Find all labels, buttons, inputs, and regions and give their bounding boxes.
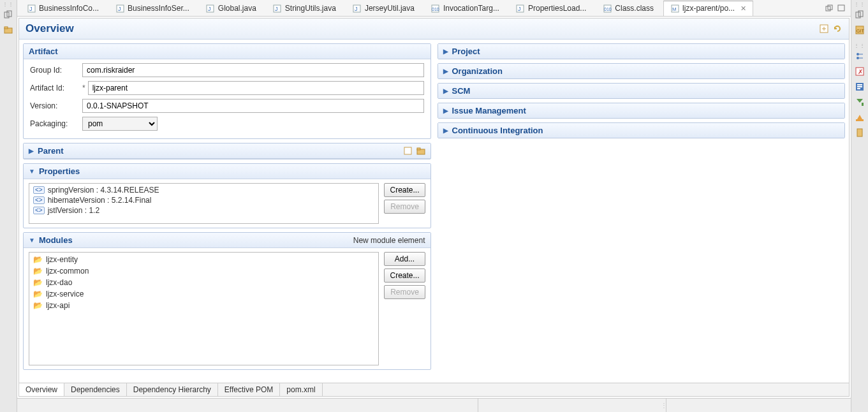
status-bar: ⋮ xyxy=(17,398,851,412)
module-item[interactable]: 📂ljzx-dao xyxy=(31,277,377,288)
tab-jerseyutil[interactable]: J JerseyUtil.java xyxy=(346,1,422,16)
property-item[interactable]: <>hibernateVersion : 5.2.14.Final xyxy=(31,195,377,205)
folder-icon: 📂 xyxy=(33,267,43,276)
group-id-input[interactable] xyxy=(82,63,424,77)
tab-businessinfoco[interactable]: J BusinessInfoCo... xyxy=(20,1,106,16)
expand-icon[interactable]: ▶ xyxy=(443,68,448,75)
collapse-icon[interactable]: ▼ xyxy=(29,237,35,244)
module-item[interactable]: 📂ljzx-api xyxy=(31,300,377,311)
run-icon[interactable] xyxy=(855,97,865,107)
restore-icon[interactable] xyxy=(825,4,834,12)
svg-rect-24 xyxy=(838,5,844,11)
property-item[interactable]: <>jstlVersion : 1.2 xyxy=(31,205,377,216)
restore-view-icon[interactable] xyxy=(3,10,13,20)
property-item[interactable]: <>springVersion : 4.3.14.RELEASE xyxy=(31,185,377,195)
bottom-tab-dependency-hierarchy[interactable]: Dependency Hierarchy xyxy=(127,383,218,396)
property-text: springVersion : 4.3.14.RELEASE xyxy=(48,186,159,195)
overview-header: Overview xyxy=(19,18,849,40)
tab-businessinfoser[interactable]: J BusinessInfoSer... xyxy=(108,1,196,16)
bottom-tab-dependencies[interactable]: Dependencies xyxy=(64,383,127,396)
git-icon[interactable]: GIT xyxy=(855,25,865,35)
module-item[interactable]: 📂ljzx-common xyxy=(31,265,377,277)
artifact-header[interactable]: Artifact xyxy=(24,44,430,59)
tab-propertiesload[interactable]: J PropertiesLoad... xyxy=(509,1,593,16)
issue-management-header[interactable]: ▶Issue Management xyxy=(438,103,845,118)
section-title: Modules xyxy=(39,235,73,245)
right-toolbar: ⋮⋮ GIT ⋮⋮ ✗ xyxy=(851,0,868,412)
properties-section: ▼ Properties <>springVersion : 4.3.14.RE… xyxy=(23,163,431,228)
property-icon: <> xyxy=(33,186,45,194)
modules-header[interactable]: ▼ Modules New module element xyxy=(24,233,430,248)
bottom-tab-effective-pom[interactable]: Effective POM xyxy=(218,383,280,396)
module-item[interactable]: 📂ljzx-service xyxy=(31,288,377,300)
svg-text:M: M xyxy=(672,6,677,12)
organization-header[interactable]: ▶Organization xyxy=(438,64,845,78)
tab-label: BusinessInfoSer... xyxy=(128,4,189,13)
open-parent-pom-icon[interactable] xyxy=(404,147,413,156)
java-file-icon: J xyxy=(273,4,282,13)
tab-ljzx-parent-pom[interactable]: M ljzx-parent/po... ✕ xyxy=(663,1,753,16)
module-item[interactable]: 📂ljzx-entity xyxy=(31,254,377,265)
drag-handle-icon[interactable]: ⋮⋮ xyxy=(854,43,865,48)
task-list-icon[interactable]: ✗ xyxy=(855,66,865,77)
refresh-icon[interactable] xyxy=(833,24,842,34)
module-create-button[interactable]: Create... xyxy=(384,269,425,283)
parent-header[interactable]: ▶ Parent xyxy=(24,143,430,159)
module-add-button[interactable]: Add... xyxy=(384,252,425,266)
properties-header[interactable]: ▼ Properties xyxy=(24,164,430,179)
svg-rect-43 xyxy=(862,103,864,106)
property-create-button[interactable]: Create... xyxy=(384,183,425,197)
folder-icon: 📂 xyxy=(33,290,43,298)
expand-icon[interactable]: ▶ xyxy=(29,147,34,154)
section-title: Project xyxy=(452,47,480,56)
open-parent-icon[interactable] xyxy=(820,24,829,34)
tab-stringutils[interactable]: J StringUtils.java xyxy=(266,1,343,16)
artifact-id-input[interactable] xyxy=(88,81,424,95)
scm-header[interactable]: ▶SCM xyxy=(438,84,845,98)
module-text: ljzx-api xyxy=(46,301,70,310)
java-file-icon: J xyxy=(516,4,525,13)
parent-section: ▶ Parent xyxy=(23,143,431,159)
drag-handle-icon[interactable]: ⋮⋮ xyxy=(3,1,14,7)
bottom-tab-overview[interactable]: Overview xyxy=(19,383,64,396)
version-input[interactable] xyxy=(82,99,424,113)
expand-icon[interactable]: ▶ xyxy=(443,107,448,114)
outline-icon[interactable] xyxy=(855,51,865,61)
collapse-icon[interactable]: ▼ xyxy=(29,168,35,175)
project-header[interactable]: ▶Project xyxy=(438,44,845,59)
tab-global[interactable]: J Global.java xyxy=(199,1,263,16)
issue-management-section: ▶Issue Management xyxy=(438,103,846,119)
tab-classclass[interactable]: 010 Class.class xyxy=(596,1,661,16)
bottom-tab-pom-xml[interactable]: pom.xml xyxy=(280,383,322,396)
ci-header[interactable]: ▶Continuous Integration xyxy=(438,123,845,138)
module-text: ljzx-entity xyxy=(46,255,78,264)
version-label: Version: xyxy=(30,101,82,110)
restore-view-icon[interactable] xyxy=(855,10,865,20)
svg-point-34 xyxy=(857,57,859,59)
expand-icon[interactable]: ▶ xyxy=(443,87,448,94)
tab-invocationtarg[interactable]: 010 InvocationTarg... xyxy=(424,1,506,16)
svg-text:010: 010 xyxy=(432,7,439,11)
scm-section: ▶SCM xyxy=(438,83,846,99)
bookmark-icon[interactable] xyxy=(855,128,865,138)
drag-handle-icon[interactable]: ⋮⋮ xyxy=(854,1,865,7)
close-icon[interactable]: ✕ xyxy=(740,4,746,13)
minimap-icon[interactable] xyxy=(855,82,865,92)
packaging-select[interactable]: pom xyxy=(82,117,158,131)
section-title: Organization xyxy=(452,66,503,76)
group-id-label: Group Id: xyxy=(30,66,82,75)
build-icon[interactable] xyxy=(855,112,865,122)
tab-label: BusinessInfoCo... xyxy=(39,4,99,13)
svg-rect-26 xyxy=(404,147,411,154)
java-file-icon: J xyxy=(27,4,36,13)
package-explorer-icon[interactable] xyxy=(3,25,13,35)
property-remove-button: Remove xyxy=(384,200,425,214)
select-parent-icon[interactable] xyxy=(416,147,425,156)
properties-list[interactable]: <>springVersion : 4.3.14.RELEASE <>hiber… xyxy=(29,183,379,224)
new-module-hint: New module element xyxy=(353,236,425,245)
svg-text:J: J xyxy=(29,6,33,12)
maximize-icon[interactable] xyxy=(837,4,846,12)
modules-list[interactable]: 📂ljzx-entity 📂ljzx-common 📂ljzx-dao 📂ljz… xyxy=(29,252,379,365)
expand-icon[interactable]: ▶ xyxy=(443,48,448,55)
expand-icon[interactable]: ▶ xyxy=(443,127,448,134)
